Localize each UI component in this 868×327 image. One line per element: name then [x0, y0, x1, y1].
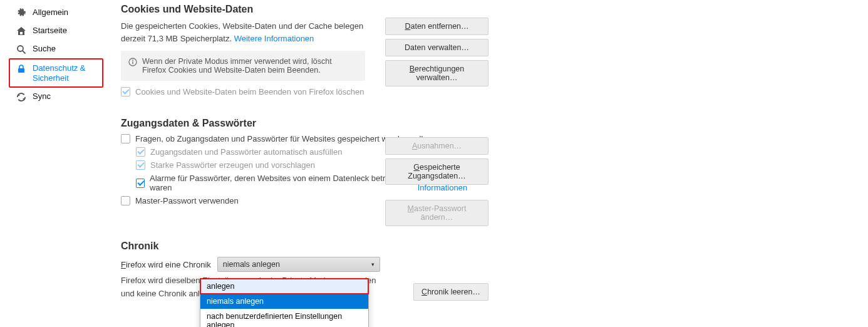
svg-point-5 — [132, 60, 133, 61]
chronik-title: Chronik — [121, 241, 492, 252]
master-pw-checkbox[interactable] — [121, 196, 130, 205]
sync-icon — [16, 92, 26, 102]
chronik-option-anlegen[interactable]: anlegen — [200, 279, 368, 294]
autofill-checkbox — [136, 147, 145, 157]
search-icon — [16, 44, 26, 54]
delete-on-close-label: Cookies und Website-Daten beim Beenden v… — [135, 87, 364, 96]
chronik-select[interactable]: niemals anlegen ▾ — [217, 257, 380, 272]
chronik-option-niemals[interactable]: niemals anlegen — [200, 294, 368, 309]
sidebar-item-allgemein[interactable]: Allgemein — [14, 4, 110, 22]
cookies-more-info-link[interactable]: Weitere Informationen — [234, 34, 314, 43]
sidebar-item-sync[interactable]: Sync — [14, 88, 110, 106]
svg-rect-4 — [132, 61, 133, 65]
breach-label: Alarme für Passwörter, deren Websites vo… — [150, 174, 408, 192]
manage-data-button[interactable]: Daten verwalten… — [385, 39, 488, 56]
sidebar-item-suche[interactable]: Suche — [14, 40, 110, 58]
info-icon — [128, 58, 137, 66]
sidebar-item-label: Suche — [33, 44, 56, 54]
ask-save-checkbox[interactable] — [121, 134, 130, 143]
cookies-title: Cookies und Website-Daten — [121, 4, 492, 15]
sidebar-item-label: Startseite — [33, 26, 67, 36]
lock-icon — [16, 64, 26, 74]
svg-line-1 — [23, 51, 25, 53]
breach-checkbox[interactable] — [136, 179, 145, 188]
strong-pw-label: Starke Passwörter erzeugen und vorschlag… — [150, 160, 315, 170]
chronik-option-benutzerdefiniert[interactable]: nach benutzerdefinierten Einstellungen a… — [200, 309, 368, 327]
remove-data-button[interactable]: Daten entfernen… — [385, 18, 488, 35]
private-mode-info: Wenn der Private Modus immer verwendet w… — [121, 51, 365, 81]
logins-title: Zugangsdaten & Passwörter — [121, 118, 492, 129]
sidebar-item-label: Datenschutz & Sicherheit — [33, 63, 97, 83]
gear-icon — [16, 8, 26, 18]
cookies-desc: Die gespeicherten Cookies, Website-Daten… — [121, 20, 378, 44]
sidebar-item-label: Allgemein — [33, 8, 68, 18]
chronik-label: Firefox wird eine Chronik — [121, 260, 211, 269]
sidebar-item-label: Sync — [33, 91, 51, 101]
saved-logins-button[interactable]: Gespeicherte Zugangsdaten… — [385, 158, 488, 185]
clear-history-button[interactable]: Chronik leeren… — [413, 283, 488, 301]
exceptions-button: Ausnahmen… — [385, 137, 488, 155]
delete-on-close-row: Cookies und Website-Daten beim Beenden v… — [121, 87, 492, 96]
master-pw-label: Master-Passwort verwenden — [135, 196, 239, 205]
autofill-label: Zugangsdaten und Passwörter automatisch … — [150, 147, 342, 157]
strong-pw-checkbox — [136, 160, 145, 170]
delete-on-close-checkbox — [121, 87, 130, 96]
chronik-dropdown: anlegen niemals anlegen nach benutzerdef… — [200, 278, 369, 327]
chevron-down-icon: ▾ — [371, 261, 375, 267]
home-icon — [16, 26, 26, 36]
sidebar-item-startseite[interactable]: Startseite — [14, 22, 110, 40]
svg-rect-2 — [18, 68, 24, 73]
change-master-pw-button: Master-Passwort ändern… — [385, 200, 488, 226]
sidebar-item-datenschutz[interactable]: Datenschutz & Sicherheit — [9, 58, 103, 88]
manage-permissions-button[interactable]: Berechtigungen verwalten… — [385, 60, 488, 86]
